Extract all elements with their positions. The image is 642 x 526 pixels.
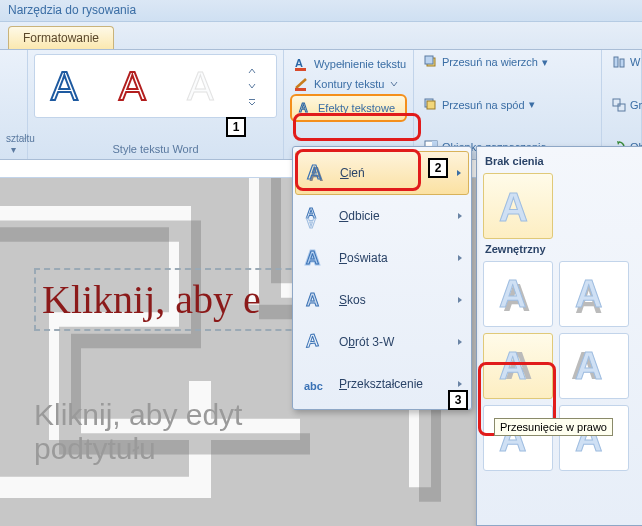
shadow-gallery-outer-header: Zewnętrzny [483, 239, 639, 261]
callout-3: 3 [448, 390, 468, 410]
menu-item-transform[interactable]: abc Przekształcenie [295, 363, 469, 405]
bevel-effect-icon: A [303, 287, 329, 313]
align-icon [612, 55, 626, 69]
wordart-style-1[interactable]: A [39, 59, 103, 113]
svg-text:A: A [306, 330, 319, 352]
menu-item-reflection-label: Odbicie [339, 209, 380, 223]
shadow-option-outer-2[interactable]: AA [559, 261, 629, 327]
svg-rect-15 [620, 59, 624, 67]
submenu-arrow-icon [457, 212, 463, 220]
wordart-style-3[interactable]: A [175, 59, 239, 113]
text-fill-button[interactable]: A Wypełnienie tekstu [290, 54, 407, 74]
glow-effect-icon: AA [303, 245, 329, 271]
ribbon: ształtu ▾ A A A Style tekstu Word A Wype… [0, 50, 642, 160]
wordart-style-gallery[interactable]: A A A [34, 54, 277, 118]
group-wordart-label: Style tekstu Word [34, 143, 277, 155]
callout-3-number: 3 [455, 393, 462, 407]
text-effects-menu: AA Cień AA Odbicie AA Poświata A Skos A … [292, 146, 472, 410]
group-text-effects: A Wypełnienie tekstu Kontury tekstu A Ef… [284, 50, 414, 159]
callout-1-number: 1 [233, 120, 240, 134]
shadow-option-none[interactable]: A [483, 173, 553, 239]
text-outline-label: Kontury tekstu [314, 78, 384, 90]
callout-2: 2 [428, 158, 448, 178]
text-outline-button[interactable]: Kontury tekstu [290, 74, 407, 94]
svg-rect-16 [613, 99, 620, 106]
tooltip: Przesunięcie w prawo [494, 418, 613, 436]
submenu-arrow-icon [457, 296, 463, 304]
align-button[interactable]: W [608, 54, 635, 70]
shadow-option-outer-5[interactable]: A [483, 405, 553, 471]
svg-text:A: A [306, 248, 319, 268]
menu-item-bevel[interactable]: A Skos [295, 279, 469, 321]
menu-item-3d-rotation-label: Obrót 3-W [339, 335, 394, 349]
text-effects-button[interactable]: A Efekty tekstowe [294, 98, 403, 118]
bring-to-front-button[interactable]: Przesuń na wierzch ▾ [420, 54, 595, 70]
send-back-icon [424, 98, 438, 112]
send-to-back-button[interactable]: Przesuń na spód ▾ [420, 97, 595, 113]
svg-text:A: A [575, 345, 602, 387]
svg-text:A: A [306, 215, 316, 229]
text-fill-label: Wypełnienie tekstu [314, 58, 406, 70]
bring-front-label: Przesuń na wierzch [442, 56, 538, 68]
group-shape-styles-label: ształtu ▾ [6, 133, 21, 155]
svg-rect-3 [249, 99, 255, 100]
shadow-effect-icon: AA [304, 160, 330, 186]
svg-text:A: A [575, 273, 602, 315]
wordart-style-2[interactable]: A [107, 59, 171, 113]
svg-rect-6 [295, 88, 306, 91]
tab-formatting-label: Formatowanie [23, 31, 99, 45]
svg-text:abc: abc [304, 380, 323, 392]
shadow-option-outer-1[interactable]: AA [483, 261, 553, 327]
text-fill-icon: A [294, 56, 310, 72]
group-btn-label: Gr [630, 99, 642, 111]
shadow-gallery: Brak cienia A Zewnętrzny AA AA AA AA A A [476, 146, 642, 526]
text-effects-button-wrapper: A Efekty tekstowe [290, 94, 407, 122]
shadow-option-outer-6[interactable]: A [559, 405, 629, 471]
callout-1: 1 [226, 117, 246, 137]
chevron-down-icon [390, 80, 398, 88]
contextual-tab-title-text: Narzędzia do rysowania [8, 3, 136, 17]
svg-rect-11 [427, 101, 435, 109]
group-button[interactable]: Gr [608, 97, 635, 113]
svg-rect-14 [614, 57, 618, 67]
chevron-down-icon [248, 82, 256, 90]
wordart-gallery-more[interactable] [243, 59, 261, 113]
submenu-arrow-icon [457, 380, 463, 388]
svg-text:A: A [307, 161, 321, 183]
group-wordart-styles: A A A Style tekstu Word [28, 50, 284, 159]
shadow-option-outer-3-hovered[interactable]: AA [483, 333, 553, 399]
submenu-arrow-icon [457, 338, 463, 346]
svg-text:A: A [499, 185, 528, 229]
tooltip-text: Przesunięcie w prawo [500, 421, 607, 433]
more-icon [248, 98, 256, 106]
menu-item-transform-label: Przekształcenie [339, 377, 423, 391]
svg-text:A: A [499, 345, 526, 387]
group-align: W Gr Ob [602, 50, 642, 159]
menu-item-shadow-label: Cień [340, 166, 365, 180]
bring-front-icon [424, 55, 438, 69]
menu-item-glow-label: Poświata [339, 251, 388, 265]
contextual-tab-title: Narzędzia do rysowania [0, 0, 642, 22]
shadow-option-outer-4[interactable]: AA [559, 333, 629, 399]
callout-2-number: 2 [435, 161, 442, 175]
menu-item-reflection[interactable]: AA Odbicie [295, 195, 469, 237]
chevron-up-icon [248, 67, 256, 75]
tab-formatting[interactable]: Formatowanie [8, 26, 114, 49]
menu-item-3d-rotation[interactable]: A Obrót 3-W [295, 321, 469, 363]
text-outline-icon [294, 76, 310, 92]
rotation-3d-icon: A [303, 329, 329, 355]
ribbon-tabs: Formatowanie [0, 22, 642, 50]
text-effects-label: Efekty tekstowe [318, 102, 395, 114]
svg-text:A: A [187, 64, 214, 108]
svg-rect-17 [618, 104, 625, 111]
shadow-gallery-none-header: Brak cienia [483, 151, 639, 173]
svg-text:A: A [299, 101, 308, 115]
svg-rect-5 [295, 68, 306, 71]
text-effects-icon: A [298, 100, 314, 116]
align-label: W [630, 56, 640, 68]
group-shape-styles: ształtu ▾ [0, 50, 28, 159]
svg-text:A: A [119, 64, 146, 108]
svg-rect-9 [425, 56, 433, 64]
svg-text:A: A [306, 290, 319, 310]
menu-item-glow[interactable]: AA Poświata [295, 237, 469, 279]
